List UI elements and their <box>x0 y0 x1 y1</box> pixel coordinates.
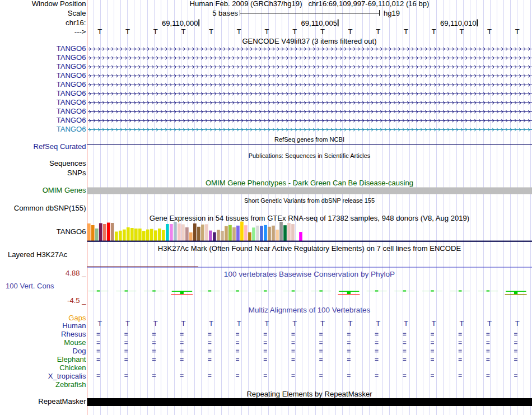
svg-text:TANGO6: TANGO6 <box>57 71 86 80</box>
svg-text:Short Genetic Variants from db: Short Genetic Variants from dbSNP releas… <box>244 197 375 204</box>
svg-text:RefSeq Curated: RefSeq Curated <box>34 142 86 151</box>
svg-text:T: T <box>181 27 185 36</box>
svg-text:T: T <box>404 319 408 328</box>
svg-text:Window Position: Window Position <box>32 0 86 8</box>
svg-text:TANGO6: TANGO6 <box>57 227 86 236</box>
svg-text:TANGO6: TANGO6 <box>57 116 86 124</box>
svg-text:-4.5 _: -4.5 _ <box>67 296 86 305</box>
svg-text:T: T <box>237 27 241 36</box>
svg-text:Mouse: Mouse <box>64 338 86 347</box>
svg-text:Chicken: Chicken <box>59 363 86 372</box>
svg-text:4.88 _: 4.88 _ <box>66 269 86 277</box>
svg-text:TANGO6: TANGO6 <box>57 89 86 97</box>
svg-text:T: T <box>97 319 102 328</box>
svg-text:Common dbSNP(155): Common dbSNP(155) <box>14 204 86 212</box>
svg-text:TANGO6: TANGO6 <box>57 125 86 133</box>
svg-text:Multiz Alignments of 100 Verte: Multiz Alignments of 100 Vertebrates <box>249 306 371 314</box>
svg-text:T: T <box>404 27 408 36</box>
svg-text:T: T <box>237 319 241 328</box>
svg-text:T: T <box>181 319 185 328</box>
svg-text:Gaps: Gaps <box>68 314 86 322</box>
svg-text:Layered H3K27Ac: Layered H3K27Ac <box>8 250 68 259</box>
svg-text:T: T <box>320 27 325 36</box>
svg-text:TANGO6: TANGO6 <box>57 98 86 106</box>
svg-text:T: T <box>209 319 213 328</box>
svg-text:T: T <box>515 27 520 36</box>
svg-text:T: T <box>265 27 269 36</box>
svg-text:H3K27Ac Mark (Often Found Near: H3K27Ac Mark (Often Found Near Active Re… <box>158 244 461 253</box>
svg-text:Scale: Scale <box>68 9 86 17</box>
svg-text:5 bases: 5 bases <box>212 9 238 17</box>
svg-text:TANGO6: TANGO6 <box>57 53 86 62</box>
svg-text:X_tropicalis: X_tropicalis <box>48 372 86 380</box>
svg-text:Human Feb. 2009 (GRCh37/hg19): Human Feb. 2009 (GRCh37/hg19) chr16:69,1… <box>190 0 430 8</box>
svg-text:100 vertebrates Basewise Conse: 100 vertebrates Basewise Conservation by… <box>224 270 395 278</box>
svg-text:T: T <box>292 319 297 328</box>
svg-text:hg19: hg19 <box>384 9 400 17</box>
svg-text:T: T <box>348 27 353 36</box>
svg-text:100 Vert. Cons: 100 Vert. Cons <box>6 282 54 290</box>
svg-text:TANGO6: TANGO6 <box>57 80 86 88</box>
svg-text:T: T <box>432 319 436 328</box>
svg-text:Sequences: Sequences <box>49 159 86 167</box>
svg-text:69,110,000: 69,110,000 <box>162 19 198 27</box>
svg-text:T: T <box>487 319 492 328</box>
svg-text:69,110,005: 69,110,005 <box>301 19 337 27</box>
svg-text:T: T <box>376 27 380 36</box>
svg-text:Zebrafish: Zebrafish <box>55 380 86 389</box>
svg-text:T: T <box>348 319 353 328</box>
svg-text:TANGO6: TANGO6 <box>57 107 86 115</box>
svg-text:T: T <box>459 319 464 328</box>
svg-text:T: T <box>515 319 520 328</box>
svg-text:TANGO6: TANGO6 <box>57 62 86 71</box>
svg-text:T: T <box>459 27 464 36</box>
svg-text:T: T <box>97 27 102 36</box>
svg-text:Gene Expression in 54 tissues: Gene Expression in 54 tissues from GTEx … <box>150 214 469 222</box>
svg-text:RepeatMasker: RepeatMasker <box>38 397 86 405</box>
svg-text:T: T <box>292 27 297 36</box>
svg-text:69,110,010: 69,110,010 <box>440 19 477 27</box>
svg-text:Rhesus: Rhesus <box>61 330 86 338</box>
svg-text:GENCODE V49lift37 (3 items fil: GENCODE V49lift37 (3 items filtered out) <box>242 37 376 45</box>
svg-text:T: T <box>209 27 213 36</box>
svg-text:Dog: Dog <box>72 347 86 355</box>
svg-text:OMIM Genes: OMIM Genes <box>43 186 86 194</box>
svg-text:T: T <box>153 319 158 328</box>
svg-text:T: T <box>125 319 130 328</box>
svg-text:OMIM Gene Phenotypes - Dark Gr: OMIM Gene Phenotypes - Dark Green Can Be… <box>206 179 413 187</box>
svg-text:T: T <box>265 319 269 328</box>
svg-text:TANGO6: TANGO6 <box>57 44 86 53</box>
svg-text:T: T <box>376 319 380 328</box>
svg-text:RefSeq genes from NCBI: RefSeq genes from NCBI <box>274 136 344 143</box>
svg-text:Publications: Sequences in Sci: Publications: Sequences in Scientific Ar… <box>249 152 371 159</box>
svg-text:T: T <box>320 319 325 328</box>
svg-text:Repeating Elements by RepeatMa: Repeating Elements by RepeatMasker <box>246 390 372 398</box>
svg-text:chr16:: chr16: <box>66 18 86 27</box>
svg-text:SNPs: SNPs <box>67 169 86 177</box>
svg-text:Elephant: Elephant <box>57 355 86 363</box>
svg-text:T: T <box>153 27 158 36</box>
svg-text:Human: Human <box>62 321 86 330</box>
svg-text:T: T <box>125 27 130 36</box>
svg-text:--->: ---> <box>74 27 86 36</box>
svg-text:T: T <box>487 27 492 36</box>
svg-text:T: T <box>432 27 436 36</box>
